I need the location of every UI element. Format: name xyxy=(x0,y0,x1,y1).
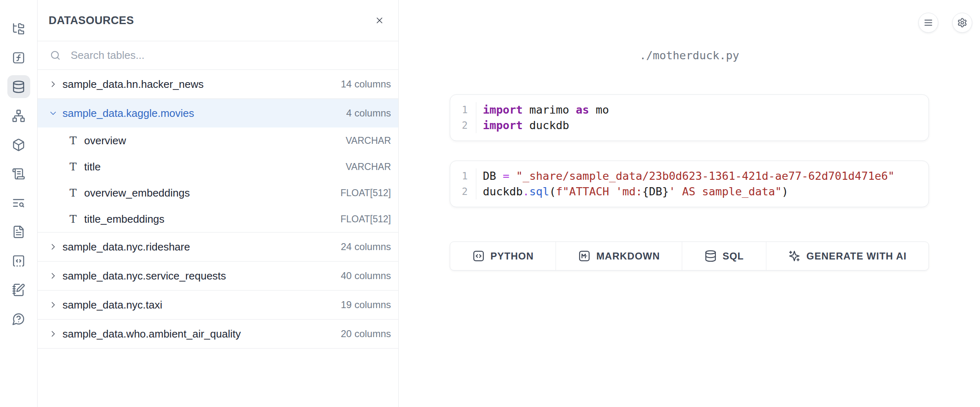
code-editor[interactable]: DB = "_share/sample_data/23b0d623-1361-4… xyxy=(476,168,919,199)
table-row[interactable]: sample_data.kaggle.movies4 columns xyxy=(38,99,398,127)
table-list: sample_data.hn.hacker_news14 columnssamp… xyxy=(38,70,398,407)
line-number: 2 xyxy=(450,184,468,199)
code-square-icon xyxy=(472,250,485,262)
menu-icon xyxy=(923,18,933,28)
column-type: VARCHAR xyxy=(346,135,391,146)
text-type-icon: T xyxy=(69,187,78,199)
sidebar-item-snippets[interactable] xyxy=(7,249,30,272)
table-group: sample_data.nyc.taxi19 columns xyxy=(38,291,398,320)
function-square-icon xyxy=(12,51,25,65)
sidebar-item-files[interactable] xyxy=(7,17,30,40)
app-root: DATASOURCES sample_data.hn.hacker_news14… xyxy=(0,0,980,407)
datasources-panel: DATASOURCES sample_data.hn.hacker_news14… xyxy=(38,0,399,407)
sidebar-item-datasources[interactable] xyxy=(7,75,30,98)
column-name: overview xyxy=(84,134,126,147)
table-name: sample_data.nyc.taxi xyxy=(63,299,162,311)
markdown-icon xyxy=(578,250,591,262)
file-text-icon xyxy=(12,225,25,239)
sidebar-item-outline[interactable] xyxy=(7,162,30,185)
code-cell[interactable]: 12DB = "_share/sample_data/23b0d623-1361… xyxy=(450,161,929,207)
chevron-right-icon xyxy=(49,242,58,251)
chevron-right-icon xyxy=(49,80,58,89)
chevron-right-icon xyxy=(49,329,58,338)
table-row[interactable]: sample_data.who.ambient_air_quality20 co… xyxy=(38,320,398,348)
sidebar-item-help[interactable] xyxy=(7,307,30,330)
sidebar-item-scratchpad[interactable] xyxy=(7,278,30,301)
column-row[interactable]: Toverview_embeddingsFLOAT[512] xyxy=(38,180,398,206)
dependency-graph-icon xyxy=(12,109,25,123)
sidebar-item-logs[interactable] xyxy=(7,191,30,214)
column-type: VARCHAR xyxy=(346,161,391,172)
scroll-text-icon xyxy=(12,167,25,181)
sparkles-icon xyxy=(788,250,801,262)
add-cell-sql-label: SQL xyxy=(723,250,744,262)
text-search-icon xyxy=(12,196,25,210)
settings-button[interactable] xyxy=(952,13,972,33)
add-cell-toolbar: PYTHONMARKDOWNSQLGENERATE WITH AI xyxy=(450,242,929,271)
table-group: sample_data.nyc.rideshare24 columns xyxy=(38,233,398,262)
column-row[interactable]: TtitleVARCHAR xyxy=(38,154,398,180)
table-name: sample_data.nyc.service_requests xyxy=(63,270,226,282)
code-square-dashed-icon xyxy=(12,254,25,268)
code-line: import marimo as mo xyxy=(483,102,919,118)
table-column-count: 40 columns xyxy=(341,270,391,282)
add-cell-markdown-label: MARKDOWN xyxy=(596,250,660,262)
line-number-gutter: 12 xyxy=(450,102,476,133)
notebook-pen-icon xyxy=(12,283,25,297)
table-name: sample_data.who.ambient_air_quality xyxy=(63,328,241,340)
table-group: sample_data.who.ambient_air_quality20 co… xyxy=(38,320,398,349)
table-column-count: 14 columns xyxy=(341,78,391,90)
code-line: import duckdb xyxy=(483,118,919,133)
database-icon xyxy=(704,250,717,262)
table-name: sample_data.hn.hacker_news xyxy=(63,78,203,91)
column-name: title_embeddings xyxy=(84,213,165,226)
notebook-filename[interactable]: ./motherduck.py xyxy=(450,49,929,62)
notebook-content: ./motherduck.py 12import marimo as moimp… xyxy=(450,0,929,271)
code-line: duckdb.sql(f"ATTACH 'md:{DB}' AS sample_… xyxy=(483,184,919,199)
sidebar-item-variables[interactable] xyxy=(7,46,30,69)
panel-title: DATASOURCES xyxy=(49,14,134,27)
chat-question-icon xyxy=(12,312,25,326)
table-column-count: 24 columns xyxy=(341,241,391,253)
search-tables-input[interactable] xyxy=(71,49,388,62)
chevron-right-icon xyxy=(49,300,58,309)
cells-container: 12import marimo as moimport duckdb12DB =… xyxy=(450,94,929,207)
close-panel-button[interactable] xyxy=(371,11,388,29)
add-cell-sql-button[interactable]: SQL xyxy=(682,242,766,270)
table-column-count: 4 columns xyxy=(346,107,391,119)
text-type-icon: T xyxy=(69,213,78,225)
line-number: 2 xyxy=(450,118,468,133)
text-type-icon: T xyxy=(69,161,78,173)
table-row[interactable]: sample_data.nyc.taxi19 columns xyxy=(38,291,398,319)
column-type: FLOAT[512] xyxy=(340,188,391,199)
add-cell-python-button[interactable]: PYTHON xyxy=(450,242,556,270)
header-actions xyxy=(918,13,972,33)
sidebar-item-documentation[interactable] xyxy=(7,220,30,243)
text-type-icon: T xyxy=(69,134,78,147)
table-row[interactable]: sample_data.nyc.service_requests40 colum… xyxy=(38,262,398,290)
gear-icon xyxy=(957,18,967,28)
column-row[interactable]: ToverviewVARCHAR xyxy=(38,127,398,154)
code-editor[interactable]: import marimo as moimport duckdb xyxy=(476,102,919,133)
table-column-count: 19 columns xyxy=(341,299,391,311)
sidebar-item-dependencies[interactable] xyxy=(7,104,30,127)
sidebar-item-packages[interactable] xyxy=(7,133,30,156)
panel-header: DATASOURCES xyxy=(38,0,398,41)
table-row[interactable]: sample_data.hn.hacker_news14 columns xyxy=(38,70,398,98)
line-number: 1 xyxy=(450,102,468,118)
code-cell[interactable]: 12import marimo as moimport duckdb xyxy=(450,94,929,141)
line-number: 1 xyxy=(450,168,468,184)
chevron-down-icon xyxy=(49,109,58,118)
table-group: sample_data.nyc.service_requests40 colum… xyxy=(38,262,398,291)
database-icon xyxy=(12,80,25,94)
column-name: overview_embeddings xyxy=(84,187,190,199)
add-cell-ai-button[interactable]: GENERATE WITH AI xyxy=(766,242,929,270)
menu-button[interactable] xyxy=(918,13,938,33)
add-cell-markdown-button[interactable]: MARKDOWN xyxy=(556,242,682,270)
table-name: sample_data.kaggle.movies xyxy=(63,107,194,120)
column-row[interactable]: Ttitle_embeddingsFLOAT[512] xyxy=(38,206,398,232)
folder-tree-icon xyxy=(12,22,25,36)
table-group: sample_data.hn.hacker_news14 columns xyxy=(38,70,398,99)
table-row[interactable]: sample_data.nyc.rideshare24 columns xyxy=(38,233,398,261)
table-column-count: 20 columns xyxy=(341,328,391,340)
